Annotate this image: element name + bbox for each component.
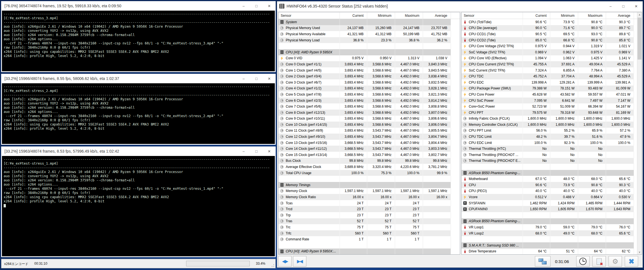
sensor-row[interactable]: CPUFANIN01,650 RPM1,605 RPM1,670 RPM1,64… — [462, 206, 637, 212]
clock-button[interactable] — [576, 256, 590, 267]
sensor-section-row[interactable]: CPU [#0]: AMD Ryzen 9 5950X — [278, 49, 460, 55]
close-icon[interactable]: ✕ — [263, 1, 276, 11]
sensor-row[interactable]: VR Loop179.0 °C59.0 °C79.0 °C76.0 °C — [462, 224, 637, 230]
sensor-row[interactable]: CPU TDC Limit48.2 %39.7 %51.6 %47.9 % — [462, 134, 637, 140]
sensor-row[interactable]: Core 3 Clock (perf #6/7)3,693.4 MHz3,568… — [278, 79, 460, 86]
sensor-row[interactable]: Bus Clock99.8 MHz99.8 MHz99.8 MHz99.8 MH… — [278, 158, 460, 164]
sensor-row[interactable]: Core+SoC Power52.723 W51.009 W66.394 W54… — [462, 103, 637, 110]
sensor-row[interactable]: CPU (PECI)40.0 °C40.0 °C40.0 °C40.0 °C — [462, 188, 637, 194]
resize-grip[interactable] — [271, 264, 274, 267]
sensor-row[interactable]: SoC Current (SVI2 TFN)7.324 A6.855 A7.76… — [462, 67, 637, 74]
sensor-row[interactable]: Drive Temperature64 °C51 °C64 °C62 °C — [462, 248, 637, 254]
sensor-row[interactable]: Memory Clock Ratio16.00 x16.00 x16.00 x1… — [278, 194, 460, 200]
sensor-row[interactable]: CPU Core Voltage (SVI2 TFN)0.975 V0.944 … — [462, 43, 637, 49]
sensor-row[interactable]: Tras52 T52 T52 T — [278, 218, 460, 224]
sensor-row[interactable]: CPU CCD1 (Tdie)90.5 °C69.5 °C93.0 °C89.8… — [462, 31, 637, 37]
sensor-section-row[interactable]: ASRock B550 Phantom Gaming-... — [462, 218, 637, 224]
sensor-row[interactable]: CPU CCD2 (Tdie)85.0 °C66.8 °C90.8 °C85.8… — [462, 37, 637, 43]
close-icon[interactable]: ✕ — [263, 74, 276, 83]
column-header-sensor[interactable]: Sensor — [462, 12, 523, 19]
sensor-row[interactable]: Total CPU Usage100.0 %75.3 %100.0 %99.9 … — [278, 170, 460, 176]
sensor-row[interactable]: SYSFANIN1,462 RPM1,424 RPM1,465 RPM1,444… — [462, 200, 637, 206]
sensor-section-row[interactable]: Memory Timings — [278, 182, 460, 188]
sensor-row[interactable]: Memory Clock1,597.1 MHz1,597.1 MHz1,597.… — [278, 188, 460, 194]
sensor-row[interactable]: CPU Core Current (SVI2 TFN)45.755 A37.69… — [462, 61, 637, 67]
sensor-row[interactable]: Core 0 VID0.975 V0.950 V1.313 V1.038 V — [278, 55, 460, 61]
close-icon[interactable]: ✕ — [630, 1, 643, 11]
sensor-section-row[interactable]: CPU [#0]: AMD Ryzen 9 5950X:... — [278, 248, 460, 254]
sensor-row[interactable]: Trc75 T75 T75 T — [278, 224, 460, 230]
column-header-average[interactable]: Average — [423, 12, 451, 19]
sensor-row[interactable]: Thermal Throttling (PROCHOT E...NoNoNo — [462, 158, 637, 164]
minimize-icon[interactable]: – — [604, 1, 617, 11]
sensor-row[interactable]: Trfc560 T560 T560 T — [278, 230, 460, 236]
reset-log-button[interactable] — [592, 256, 606, 267]
sensor-row[interactable]: Core 9 Clock (perf #10/11)3,693.4 MHz3,5… — [278, 116, 460, 122]
sensor-row[interactable]: Infinity Fabric Clock (FCLK)1,600.0 MHz1… — [462, 116, 637, 122]
sensor-row[interactable]: CPU PPT Limit56.0 %55.2 %65.9 %57.2 % — [462, 128, 637, 134]
close-sensors-button[interactable]: ✖ — [625, 256, 638, 267]
maximize-icon[interactable]: □ — [250, 1, 263, 11]
console-1-titlebar[interactable]: [76.0%] 36547/48074 frames, 19.52 fps, 5… — [1, 1, 276, 11]
sensor-row[interactable]: Physical Memory Available41,321 MB41,312… — [278, 31, 460, 37]
sensor-row[interactable]: Motherboard67.0 °C48.0 °C68.0 °C65.6 °C — [462, 176, 637, 182]
sensor-row[interactable]: CPU EDC139.998 A129.281 A139.999 A139.98… — [462, 79, 637, 86]
column-header-current[interactable]: Current — [340, 12, 367, 19]
sensor-row[interactable]: Core 6 Clock (perf #2/3)3,693.4 MHz3,568… — [278, 98, 460, 104]
sensor-section-row[interactable]: S.M.A.R.T.: Samsung SSD 980 ... — [462, 242, 637, 248]
sensor-row[interactable]: Core 14 Clock (perf #11/12)3,668.5 MHz3,… — [278, 146, 460, 152]
scrollbar[interactable]: ∧ ∨ — [637, 12, 642, 254]
sensor-row[interactable]: CPU PPT79.575 W78.318 W93.648 W81.169 W — [462, 110, 637, 116]
minimize-icon[interactable]: – — [237, 74, 250, 83]
sensor-row[interactable]: Physical Memory Used24,137 MB15,260 MB24… — [278, 25, 460, 31]
console-3-titlebar[interactable]: [33.2%] 15963/48074 frames, 8.53 fps, 57… — [1, 146, 276, 156]
sensor-row[interactable]: CPU Core VID (Effective)1.094 V1.063 V1.… — [462, 55, 637, 61]
sensor-row[interactable]: CPU TDC45.752 A37.704 A48.994 A45.529 A — [462, 73, 637, 79]
collapse-columns-button[interactable]: ▶◀ — [293, 256, 306, 267]
sensor-row[interactable]: Core 2 Clock (perf #3/4)3,693.4 MHz3,568… — [278, 73, 460, 79]
sensor-section-row[interactable]: System — [278, 19, 460, 25]
sensor-row[interactable]: Thermal Throttling (PROCHOT ...NoNoNo — [462, 152, 637, 158]
column-header-current[interactable]: Current — [523, 12, 550, 19]
hwinfo-titlebar[interactable]: HWiNFO64 v6.35-4320 Sensor Status [252 v… — [277, 1, 643, 11]
sensor-row[interactable]: Core 5 Clock (perf #7/8)3,693.4 MHz3,568… — [278, 91, 460, 98]
sensor-row[interactable]: Core 13 Clock (perf #15/16)3,668.5 MHz3,… — [278, 140, 460, 146]
minimize-icon[interactable]: – — [237, 1, 250, 11]
column-header-average[interactable]: Average — [606, 12, 634, 19]
sensor-row[interactable]: Trp23 T23 T23 T — [278, 212, 460, 218]
sensor-row[interactable]: Core 10 Clock (perf #14/15)3,693.4 MHz3,… — [278, 122, 460, 128]
sensor-row[interactable]: CPU Package Power (SMU)79.388 W78.151 W9… — [462, 86, 637, 92]
sensor-row[interactable]: Core 7 Clock (perf #5/6)3,693.4 MHz3,568… — [278, 103, 460, 110]
maximize-icon[interactable]: □ — [617, 1, 630, 11]
sensor-row[interactable]: Core 11 Clock (perf #8/9)3,693.4 MHz3,54… — [278, 128, 460, 134]
console-2-titlebar[interactable]: [33.2%] 15966/48074 frames, 8.55 fps, 58… — [1, 74, 276, 83]
scroll-down-icon[interactable]: ∨ — [637, 250, 642, 254]
sensor-row[interactable]: VR Loop268.0 °C49.0 °C68.0 °C65.6 °C — [462, 230, 637, 236]
sensor-row[interactable]: Thermal Throttling (HTC)NoNoNo — [462, 146, 637, 152]
remote-monitoring-button[interactable] — [535, 256, 551, 267]
column-header-minimum[interactable]: Minimum — [367, 12, 395, 19]
sensor-row[interactable]: Trcd23 T23 T23 T — [278, 206, 460, 212]
sensor-row[interactable]: CPU SoC Power7.095 W6.641 W7.497 W7.147 … — [462, 98, 637, 104]
sensor-row[interactable]: Average Effective Clock3,689.8 MHz3,320.… — [278, 164, 460, 170]
settings-button[interactable]: ⚙ — [609, 256, 622, 267]
sensor-row[interactable]: Command Rate1 T1 T1 T — [278, 236, 460, 242]
sensor-row[interactable]: Memory Controller Clock (UCLK)1,600.0 MH… — [462, 122, 637, 128]
column-header-minimum[interactable]: Minimum — [550, 12, 578, 19]
sensor-row[interactable]: Vcore0.512 V0.488 V0.664 V0.530 V — [462, 194, 637, 200]
column-header-maximum[interactable]: Maximum — [578, 12, 606, 19]
close-icon[interactable]: ✕ — [263, 146, 276, 156]
sensor-row[interactable]: Core 1 Clock (perf #4/5)3,693.4 MHz3,568… — [278, 67, 460, 74]
column-header-sensor[interactable]: Sensor — [278, 12, 340, 19]
sensor-row[interactable]: Core 8 Clock (perf #12/13)3,693.4 MHz3,5… — [278, 110, 460, 116]
column-header-maximum[interactable]: Maximum — [395, 12, 423, 19]
sensor-row[interactable]: CPU Die (average)90.0 °C71.6 °C90.0 °C89… — [462, 25, 637, 31]
sensor-row[interactable]: Core 4 Clock (perf #1/2)3,693.4 MHz3,568… — [278, 86, 460, 92]
sensor-row[interactable]: Core 0 Clock (perf #1/1)3,693.4 MHz3,568… — [278, 61, 460, 67]
sensor-row[interactable]: Core 12 Clock (perf #9/10)3,693.4 MHz3,5… — [278, 134, 460, 140]
maximize-icon[interactable]: □ — [250, 74, 263, 83]
scroll-up-icon[interactable]: ∧ — [637, 12, 642, 17]
sensor-row[interactable]: CPU EDC Limit100.0 %92.3 %100.0 %100.0 % — [462, 140, 637, 146]
sensor-section-row[interactable]: ASRock B550 Phantom Gaming-... — [462, 170, 637, 176]
sensor-row[interactable]: CPU Core Power45.628 W43.582 W59.557 W47… — [462, 91, 637, 98]
